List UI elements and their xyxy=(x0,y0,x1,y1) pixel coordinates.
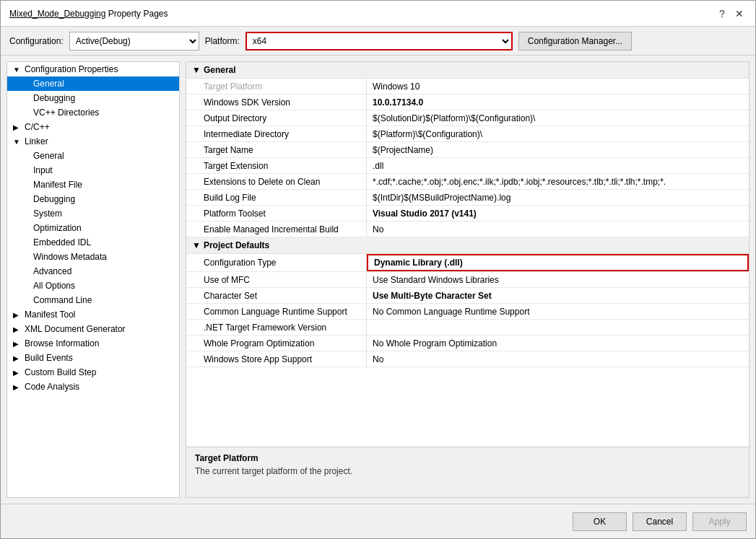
sidebar-item-xml-doc-gen[interactable]: XML Document Generator xyxy=(7,322,179,336)
configuration-select[interactable]: Active(Debug) xyxy=(69,32,199,51)
prop-row-use-of-mfc[interactable]: Use of MFCUse Standard Windows Libraries xyxy=(186,272,749,288)
prop-row-target-extension[interactable]: Target Extension.dll xyxy=(186,158,749,174)
sidebar-item-label-xml-doc-gen: XML Document Generator xyxy=(25,324,126,334)
sidebar-item-label-linker-general: General xyxy=(33,151,64,161)
sidebar-item-linker-debugging[interactable]: Debugging xyxy=(7,192,179,206)
sidebar-item-vc-directories[interactable]: VC++ Directories xyxy=(7,105,179,120)
tree-arrow-config-props xyxy=(13,66,22,74)
platform-label: Platform: xyxy=(205,36,240,46)
sidebar-item-linker-manifest[interactable]: Manifest File xyxy=(7,178,179,192)
sidebar-item-label-linker-debugging: Debugging xyxy=(33,194,75,204)
property-panel: ▼ GeneralTarget PlatformWindows 10Window… xyxy=(186,61,750,498)
prop-value-target-name: $(ProjectName) xyxy=(367,142,749,157)
sidebar-item-linker-general[interactable]: General xyxy=(7,149,179,163)
prop-row-extensions-to-delete[interactable]: Extensions to Delete on Clean*.cdf;*.cac… xyxy=(186,174,749,190)
title-prefix: Mixed_Mode_Debugging xyxy=(9,9,105,19)
sidebar-item-label-browse-info: Browse Information xyxy=(25,338,99,349)
main-content: Configuration PropertiesGeneralDebugging… xyxy=(1,56,755,504)
prop-row-net-target-framework[interactable]: .NET Target Framework Version xyxy=(186,320,749,336)
prop-row-whole-program-opt[interactable]: Whole Program OptimizationNo Whole Progr… xyxy=(186,336,749,351)
platform-select[interactable]: x64 xyxy=(246,32,513,51)
prop-value-whole-program-opt: No Whole Program Optimization xyxy=(367,336,749,351)
title-bar: Mixed_Mode_Debugging Property Pages ? ✕ xyxy=(1,1,755,27)
sidebar-item-linker-optimization[interactable]: Optimization xyxy=(7,221,179,235)
prop-name-use-of-mfc: Use of MFC xyxy=(186,272,367,287)
tree-arrow-browse-info xyxy=(13,340,22,348)
sidebar-item-browse-info[interactable]: Browse Information xyxy=(7,336,179,351)
sidebar-item-label-build-events: Build Events xyxy=(25,353,73,363)
prop-desc-text: The current target platform of the proje… xyxy=(195,466,740,476)
sidebar-item-linker-embedded-idl[interactable]: Embedded IDL xyxy=(7,235,179,250)
section-arrow-project-defaults-section[interactable]: ▼ xyxy=(192,240,201,250)
prop-row-target-name[interactable]: Target Name$(ProjectName) xyxy=(186,142,749,158)
prop-name-target-extension: Target Extension xyxy=(186,158,367,173)
title-bar-controls: ? ✕ xyxy=(715,6,747,21)
prop-name-enable-managed-incremental: Enable Managed Incremental Build xyxy=(186,222,367,237)
prop-value-use-of-mfc: Use Standard Windows Libraries xyxy=(367,272,749,287)
sidebar-item-label-code-analysis: Code Analysis xyxy=(25,382,79,392)
prop-row-character-set[interactable]: Character SetUse Multi-Byte Character Se… xyxy=(186,288,749,304)
section-arrow-general-section[interactable]: ▼ xyxy=(192,65,201,75)
prop-name-build-log-file: Build Log File xyxy=(186,190,367,205)
sidebar-item-code-analysis[interactable]: Code Analysis xyxy=(7,380,179,394)
config-manager-button[interactable]: Configuration Manager... xyxy=(518,32,632,51)
sidebar-item-config-props[interactable]: Configuration Properties xyxy=(7,62,179,76)
sidebar-item-linker-command-line[interactable]: Command Line xyxy=(7,293,179,307)
prop-row-configuration-type[interactable]: Configuration TypeDynamic Library (.dll) xyxy=(186,254,749,272)
sidebar-item-label-linker-embedded-idl: Embedded IDL xyxy=(33,237,91,247)
tree-arrow-xml-doc-gen xyxy=(13,325,22,333)
prop-row-windows-store-app[interactable]: Windows Store App SupportNo xyxy=(186,351,749,367)
section-title-general-section: General xyxy=(204,65,236,75)
property-description: Target Platform The current target platf… xyxy=(186,447,749,497)
sidebar-item-cpp[interactable]: C/C++ xyxy=(7,120,179,134)
prop-value-target-platform: Windows 10 xyxy=(367,79,749,94)
prop-row-output-directory[interactable]: Output Directory$(SolutionDir)$(Platform… xyxy=(186,110,749,126)
sidebar-item-linker-windows-meta[interactable]: Windows Metadata xyxy=(7,250,179,264)
sidebar-item-general[interactable]: General xyxy=(7,76,179,91)
sidebar-item-label-linker: Linker xyxy=(25,136,48,146)
sidebar-item-manifest-tool[interactable]: Manifest Tool xyxy=(7,307,179,322)
prop-value-intermediate-directory: $(Platform)\$(Configuration)\ xyxy=(367,126,749,141)
sidebar-item-linker-advanced[interactable]: Advanced xyxy=(7,264,179,279)
help-button[interactable]: ? xyxy=(715,6,729,21)
tree-arrow-manifest-tool xyxy=(13,311,22,319)
prop-name-whole-program-opt: Whole Program Optimization xyxy=(186,336,367,351)
prop-name-windows-store-app: Windows Store App Support xyxy=(186,351,367,367)
title-suffix: Property Pages xyxy=(105,9,168,19)
prop-name-character-set: Character Set xyxy=(186,288,367,303)
prop-value-target-extension: .dll xyxy=(367,158,749,173)
sidebar-item-label-linker-windows-meta: Windows Metadata xyxy=(33,252,107,262)
prop-value-enable-managed-incremental: No xyxy=(367,222,749,237)
property-grid: ▼ GeneralTarget PlatformWindows 10Window… xyxy=(186,62,749,447)
sidebar-item-linker-all-options[interactable]: All Options xyxy=(7,279,179,293)
prop-name-target-name: Target Name xyxy=(186,142,367,157)
sidebar-item-build-events[interactable]: Build Events xyxy=(7,351,179,365)
sidebar-item-label-linker-command-line: Command Line xyxy=(33,295,92,305)
prop-row-clr-support[interactable]: Common Language Runtime SupportNo Common… xyxy=(186,304,749,320)
sidebar-item-label-manifest-tool: Manifest Tool xyxy=(25,310,75,320)
toolbar: Configuration: Active(Debug) Platform: x… xyxy=(1,27,755,56)
prop-value-extensions-to-delete: *.cdf;*.cache;*.obj;*.obj.enc;*.ilk;*.ip… xyxy=(367,174,749,189)
sidebar-item-linker-system[interactable]: System xyxy=(7,206,179,221)
apply-button[interactable]: Apply xyxy=(692,512,747,531)
ok-button[interactable]: OK xyxy=(573,512,627,531)
config-label: Configuration: xyxy=(9,36,64,46)
section-header-project-defaults-section: ▼ Project Defaults xyxy=(186,237,749,254)
prop-row-enable-managed-incremental[interactable]: Enable Managed Incremental BuildNo xyxy=(186,222,749,237)
prop-value-clr-support: No Common Language Runtime Support xyxy=(367,304,749,319)
cancel-button[interactable]: Cancel xyxy=(633,512,687,531)
property-pages-dialog: Mixed_Mode_Debugging Property Pages ? ✕ … xyxy=(0,0,756,539)
prop-row-windows-sdk-version[interactable]: Windows SDK Version10.0.17134.0 xyxy=(186,95,749,110)
sidebar: Configuration PropertiesGeneralDebugging… xyxy=(6,61,180,498)
tree-arrow-build-events xyxy=(13,354,22,362)
sidebar-item-linker-input[interactable]: Input xyxy=(7,163,179,178)
prop-row-platform-toolset[interactable]: Platform ToolsetVisual Studio 2017 (v141… xyxy=(186,206,749,222)
prop-row-intermediate-directory[interactable]: Intermediate Directory$(Platform)\$(Conf… xyxy=(186,126,749,142)
sidebar-item-linker[interactable]: Linker xyxy=(7,134,179,149)
sidebar-item-debugging[interactable]: Debugging xyxy=(7,91,179,105)
sidebar-item-label-linker-input: Input xyxy=(33,165,53,175)
close-button[interactable]: ✕ xyxy=(732,6,747,21)
prop-row-target-platform[interactable]: Target PlatformWindows 10 xyxy=(186,79,749,95)
sidebar-item-custom-build-step[interactable]: Custom Build Step xyxy=(7,365,179,380)
prop-row-build-log-file[interactable]: Build Log File$(IntDir)$(MSBuildProjectN… xyxy=(186,190,749,206)
